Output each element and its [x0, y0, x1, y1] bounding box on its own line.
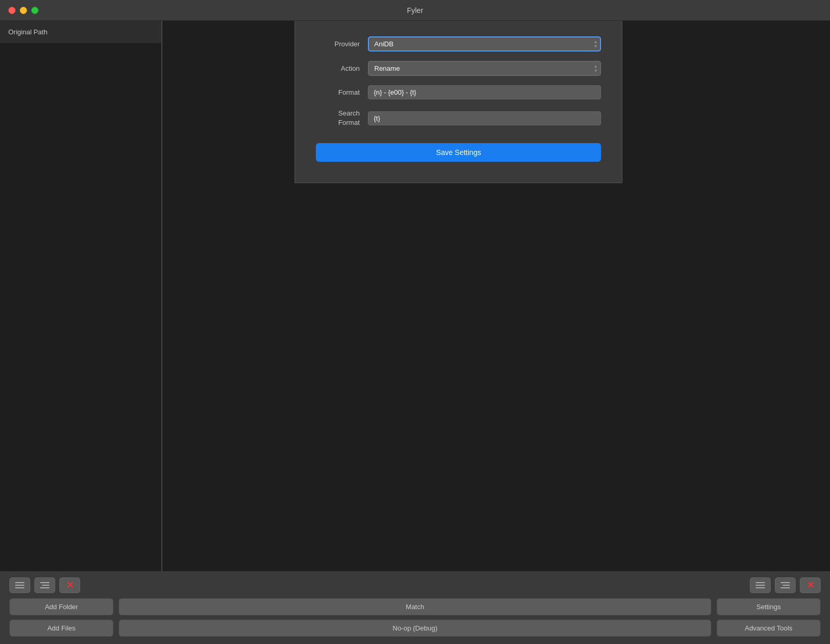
- clear-icon: ✕: [66, 579, 74, 591]
- left-panel: Original Path: [0, 21, 161, 571]
- traffic-lights: [8, 7, 39, 14]
- provider-row: Provider AniDB TheTVDB TheMovieDB ▲ ▼: [316, 36, 601, 51]
- format-input[interactable]: [368, 85, 601, 99]
- provider-label: Provider: [316, 40, 368, 48]
- minimize-button[interactable]: [20, 7, 27, 14]
- bottom-section: ✕: [0, 571, 830, 644]
- match-button[interactable]: Match: [119, 598, 711, 615]
- left-panel-header: Original Path: [0, 21, 161, 43]
- left-panel-content: [0, 43, 161, 571]
- format-row: Format: [316, 85, 601, 99]
- search-format-label: SearchFormat: [316, 109, 368, 127]
- provider-select-wrapper: AniDB TheTVDB TheMovieDB ▲ ▼: [368, 36, 601, 51]
- provider-select[interactable]: AniDB TheTVDB TheMovieDB: [368, 36, 601, 51]
- list-indent-icon: [781, 582, 790, 588]
- list-icon: [756, 582, 765, 588]
- main-content: Original Path Provider AniDB The: [0, 21, 830, 644]
- bottom-buttons-row2: Add Files No-op (Debug) Advanced Tools: [0, 617, 830, 644]
- settings-overlay: Provider AniDB TheTVDB TheMovieDB ▲ ▼: [295, 21, 622, 183]
- list-indent-icon: [40, 582, 49, 588]
- left-clear-button[interactable]: ✕: [59, 577, 80, 593]
- right-list-button[interactable]: [750, 577, 771, 593]
- list-icon: [15, 582, 24, 588]
- noop-debug-button[interactable]: No-op (Debug): [119, 620, 711, 637]
- app-title: Fyler: [407, 6, 423, 15]
- right-indent-button[interactable]: [775, 577, 796, 593]
- action-row: Action Rename Move Copy Symlink ▲ ▼: [316, 61, 601, 76]
- right-clear-button[interactable]: ✕: [800, 577, 821, 593]
- add-files-button[interactable]: Add Files: [9, 620, 113, 637]
- left-icon-group: ✕: [9, 577, 80, 593]
- action-select-wrapper: Rename Move Copy Symlink ▲ ▼: [368, 61, 601, 76]
- format-label: Format: [316, 88, 368, 96]
- title-bar: Fyler: [0, 0, 830, 21]
- maximize-button[interactable]: [31, 7, 39, 14]
- settings-button[interactable]: Settings: [717, 598, 821, 615]
- right-icon-group: ✕: [750, 577, 821, 593]
- advanced-tools-button[interactable]: Advanced Tools: [717, 620, 821, 637]
- add-folder-button[interactable]: Add Folder: [9, 598, 113, 615]
- save-settings-button[interactable]: Save Settings: [316, 143, 601, 162]
- search-format-control: [368, 111, 601, 125]
- close-button[interactable]: [8, 7, 16, 14]
- action-label: Action: [316, 65, 368, 72]
- provider-control: AniDB TheTVDB TheMovieDB ▲ ▼: [368, 36, 601, 51]
- left-list-button[interactable]: [9, 577, 30, 593]
- bottom-buttons-row1: Add Folder Match Settings: [0, 596, 830, 617]
- action-select[interactable]: Rename Move Copy Symlink: [368, 61, 601, 76]
- clear-icon: ✕: [807, 579, 814, 591]
- format-control: [368, 85, 601, 99]
- search-format-row: SearchFormat: [316, 109, 601, 127]
- left-indent-button[interactable]: [34, 577, 55, 593]
- action-control: Rename Move Copy Symlink ▲ ▼: [368, 61, 601, 76]
- toolbar-icons-row: ✕: [0, 571, 830, 596]
- search-format-input[interactable]: [368, 111, 601, 125]
